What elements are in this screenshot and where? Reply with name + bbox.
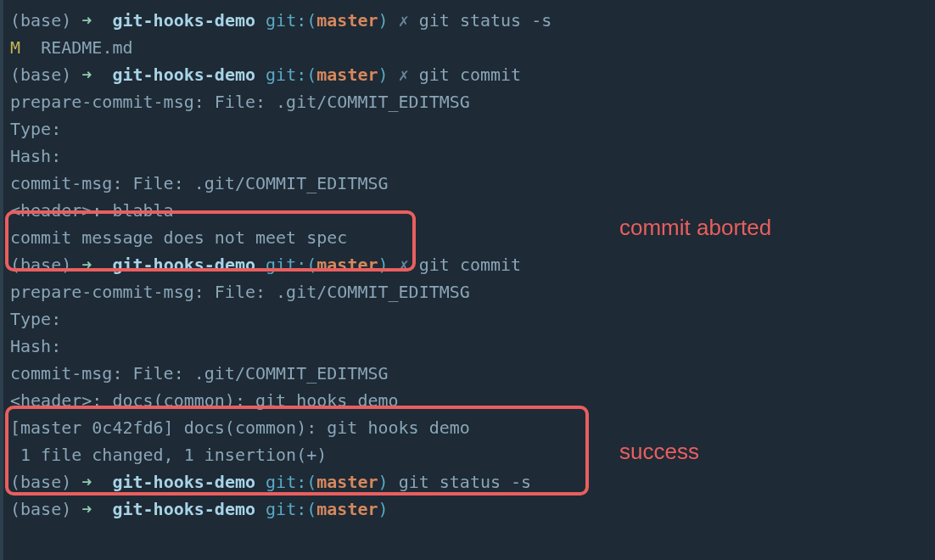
prompt-arrow: ➜	[81, 10, 92, 31]
annotation-success: success	[619, 434, 699, 470]
git-prefix: git:(	[266, 64, 316, 85]
terminal-output-bad: commit message does not meet spec	[10, 224, 925, 251]
annotation-aborted: commit aborted	[619, 210, 771, 246]
terminal-line: (base) ➜ git-hooks-demo git:(master) ✗ g…	[10, 7, 925, 34]
prompt-arrow: ➜	[81, 472, 92, 492]
cwd: git-hooks-demo	[112, 499, 255, 519]
git-branch: master	[316, 255, 378, 275]
git-branch: master	[316, 64, 378, 85]
git-prefix: git:(	[266, 10, 316, 31]
left-border	[0, 0, 3, 560]
dirty-marker: ✗	[399, 10, 409, 31]
env-label: (base)	[10, 255, 71, 275]
git-suffix: )	[378, 255, 389, 275]
env-label: (base)	[10, 64, 71, 85]
git-suffix: )	[378, 10, 389, 31]
env-label: (base)	[10, 10, 71, 31]
terminal-output-good: [master 0c42fd6] docs(common): git hooks…	[10, 414, 925, 441]
command[interactable]: git commit	[419, 64, 521, 85]
terminal-line: (base) ➜ git-hooks-demo git:(master) git…	[10, 468, 925, 496]
terminal-output: Hash:	[10, 333, 925, 360]
git-prefix: git:(	[266, 472, 316, 492]
status-flag: M	[10, 37, 20, 58]
terminal-output: commit-msg: File: .git/COMMIT_EDITMSG	[10, 360, 925, 387]
terminal-output: prepare-commit-msg: File: .git/COMMIT_ED…	[10, 278, 925, 305]
terminal-line: (base) ➜ git-hooks-demo git:(master)	[10, 496, 925, 523]
terminal-output: prepare-commit-msg: File: .git/COMMIT_ED…	[10, 88, 925, 115]
git-branch: master	[316, 472, 378, 492]
terminal-output-good: <header>: docs(common): git hooks demo	[10, 387, 925, 414]
terminal-output-bad: <header>: blabla	[10, 197, 925, 224]
prompt-arrow: ➜	[81, 255, 92, 275]
dirty-marker: ✗	[399, 255, 409, 275]
terminal-output-good: 1 file changed, 1 insertion(+)	[10, 441, 925, 468]
git-branch: master	[316, 499, 378, 519]
cwd: git-hooks-demo	[112, 64, 255, 85]
dirty-marker: ✗	[399, 64, 409, 85]
terminal-line: (base) ➜ git-hooks-demo git:(master) ✗ g…	[10, 61, 925, 88]
git-suffix: )	[378, 472, 389, 492]
command[interactable]: git status -s	[419, 10, 552, 31]
git-prefix: git:(	[266, 255, 316, 275]
prompt-arrow: ➜	[81, 499, 92, 519]
git-branch: master	[316, 10, 378, 31]
command[interactable]: git status -s	[399, 472, 532, 492]
git-suffix: )	[378, 499, 389, 519]
terminal-line: (base) ➜ git-hooks-demo git:(master) ✗ g…	[10, 251, 925, 278]
terminal-output: Hash:	[10, 143, 925, 170]
status-file: README.md	[20, 37, 132, 58]
cwd: git-hooks-demo	[112, 255, 255, 275]
terminal-output: Type:	[10, 305, 925, 333]
git-prefix: git:(	[266, 499, 316, 519]
terminal-output: commit-msg: File: .git/COMMIT_EDITMSG	[10, 170, 925, 197]
prompt-arrow: ➜	[81, 64, 92, 85]
env-label: (base)	[10, 472, 71, 492]
env-label: (base)	[10, 499, 71, 519]
git-suffix: )	[378, 64, 389, 85]
terminal-output: Type:	[10, 115, 925, 143]
command[interactable]: git commit	[419, 255, 521, 275]
cwd: git-hooks-demo	[112, 472, 255, 492]
terminal-line: M README.md	[10, 34, 925, 61]
cwd: git-hooks-demo	[112, 10, 255, 31]
